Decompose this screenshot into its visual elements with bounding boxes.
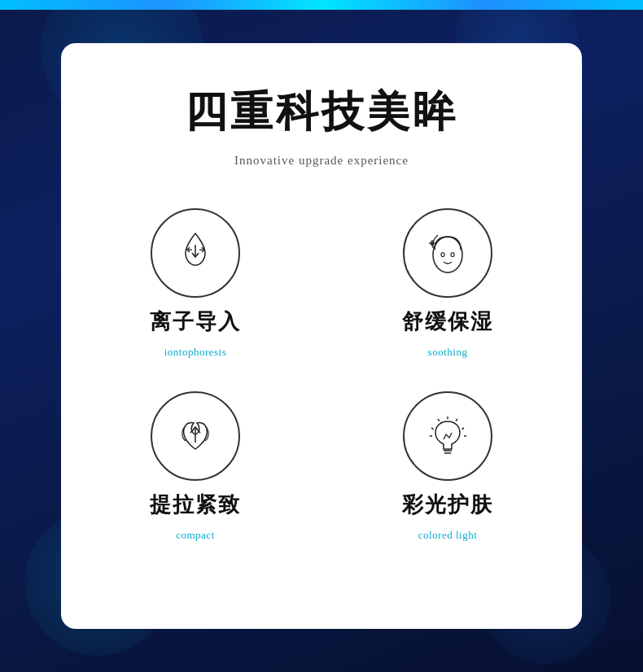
svg-point-8 (441, 252, 444, 256)
svg-line-15 (431, 428, 434, 430)
feature-compact: 提拉紧致 compact (150, 391, 241, 542)
feature-subtitle-colored-light: colored light (418, 529, 478, 542)
svg-point-9 (451, 252, 454, 256)
page-subtitle: Innovative upgrade experience (234, 154, 409, 168)
features-grid: 离子导入 iontophoresis (94, 208, 549, 542)
icon-circle-colored-light (403, 391, 492, 481)
feature-soothing: 舒缓保湿 soothing (402, 208, 493, 359)
feature-subtitle-compact: compact (176, 529, 215, 542)
feature-iontophoresis: 离子导入 iontophoresis (150, 208, 241, 359)
feature-colored-light: 彩光护肤 colored light (402, 391, 493, 542)
svg-point-3 (433, 237, 462, 273)
feature-title-compact: 提拉紧致 (150, 491, 241, 519)
iontophoresis-icon (169, 227, 222, 280)
feature-title-soothing: 舒缓保湿 (402, 308, 493, 336)
page-title: 四重科技美眸 (185, 84, 458, 141)
icon-circle-compact (151, 391, 240, 481)
feature-title-iontophoresis: 离子导入 (150, 308, 241, 336)
main-card: 四重科技美眸 Innovative upgrade experience (61, 43, 582, 629)
svg-line-16 (456, 419, 457, 421)
icon-circle-iontophoresis (151, 208, 240, 298)
compact-icon (169, 410, 222, 463)
feature-title-colored-light: 彩光护肤 (402, 491, 493, 519)
soothing-icon (422, 227, 475, 280)
svg-line-17 (461, 428, 464, 430)
colored-light-icon (422, 410, 475, 463)
svg-line-14 (438, 419, 440, 421)
feature-subtitle-soothing: soothing (428, 346, 468, 359)
icon-circle-soothing (403, 208, 492, 298)
feature-subtitle-iontophoresis: iontophoresis (164, 346, 227, 359)
